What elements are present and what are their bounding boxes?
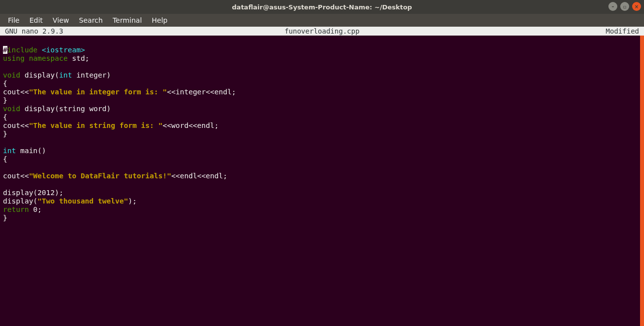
- code-line: {: [3, 113, 641, 122]
- minimize-icon[interactable]: –: [608, 2, 617, 11]
- menu-view[interactable]: View: [49, 15, 73, 25]
- code-line: display(2012);: [3, 189, 641, 197]
- code-line: display("Two thousand twelve");: [3, 197, 641, 205]
- editor-area[interactable]: #include <iostream> using namespace std;…: [0, 36, 644, 326]
- code-line: void display(string word): [3, 105, 641, 113]
- close-icon[interactable]: ×: [632, 2, 641, 11]
- code-line: [3, 163, 641, 172]
- menu-help[interactable]: Help: [148, 15, 172, 25]
- code-line: cout<<"Welcome to DataFlair tutorials!"<…: [3, 172, 641, 180]
- code-line: [3, 38, 641, 46]
- cursor: #: [3, 46, 7, 54]
- code-line: {: [3, 80, 641, 88]
- titlebar: dataflair@asus-System-Product-Name: ~/De…: [0, 0, 644, 14]
- code-line: }: [3, 96, 641, 105]
- maximize-icon[interactable]: ▫: [620, 2, 629, 11]
- code-line: [3, 138, 641, 147]
- code-line: [3, 180, 641, 189]
- code-line: cout<<"The value in integer form is: "<<…: [3, 88, 641, 96]
- code-line: return 0;: [3, 205, 641, 214]
- menu-search[interactable]: Search: [75, 15, 107, 25]
- code-line: {: [3, 155, 641, 163]
- menubar: File Edit View Search Terminal Help: [0, 14, 644, 27]
- code-line: [3, 63, 641, 71]
- code-line: }: [3, 214, 641, 222]
- code-line: }: [3, 130, 641, 138]
- nano-statusbar: GNU nano 2.9.3 funoverloading.cpp Modifi…: [0, 27, 644, 36]
- scrollbar[interactable]: [640, 36, 644, 326]
- window-controls: – ▫ ×: [608, 2, 641, 11]
- window-title: dataflair@asus-System-Product-Name: ~/De…: [0, 3, 644, 11]
- nano-filename: funoverloading.cpp: [0, 27, 644, 35]
- code-line: using namespace std;: [3, 54, 641, 63]
- menu-terminal[interactable]: Terminal: [109, 15, 146, 25]
- nano-modified: Modified: [606, 27, 639, 35]
- code-line: void display(int integer): [3, 71, 641, 80]
- menu-file[interactable]: File: [4, 15, 23, 25]
- code-line: int main(): [3, 147, 641, 155]
- code-line: #include <iostream>: [3, 46, 641, 54]
- menu-edit[interactable]: Edit: [25, 15, 46, 25]
- code-line: cout<<"The value in string form is: "<<w…: [3, 122, 641, 130]
